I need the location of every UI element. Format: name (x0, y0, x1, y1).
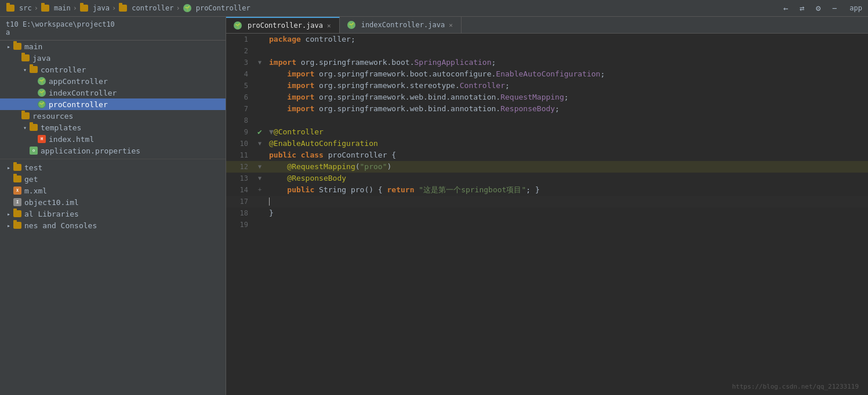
project-root-label: t10 E:\workspace\project10 (6, 20, 220, 28)
watermark: https://blog.csdn.net/qq_21233119 (732, 383, 859, 390)
line-num-13: 13 (226, 173, 255, 184)
fold-17 (255, 196, 264, 207)
sidebar-item-java[interactable]: java (0, 52, 226, 64)
sidebar-item-procontroller-label: proController (49, 100, 108, 109)
tab-procontroller-close[interactable]: ✕ (326, 22, 332, 30)
consoles-folder-icon (13, 221, 22, 230)
fold-6 (255, 92, 264, 103)
sidebar-item-consoles[interactable]: ▸ nes and Consoles (0, 220, 226, 231)
fold-9: ✔ (255, 126, 264, 138)
code-line-13: 13 ▼ @ResponseBody (226, 173, 868, 184)
sidebar-item-controller[interactable]: ▾ controller (0, 64, 226, 75)
sidebar-item-procontroller[interactable]: 🌱 proController (0, 98, 226, 110)
props-file-icon: ⚙ (29, 146, 38, 155)
fold-4 (255, 68, 264, 80)
indexcontroller-icon: 🌱 (37, 88, 46, 97)
consoles-arrow: ▸ (5, 221, 13, 229)
sidebar-item-consoles-label: nes and Consoles (24, 221, 97, 230)
src-folder-icon (6, 3, 15, 13)
editor-area: 🌱 proController.java ✕ 🌱 indexController… (226, 17, 868, 395)
line-num-1: 1 (226, 34, 255, 45)
sidebar-separator-1 (0, 159, 226, 159)
breadcrumb-sep-2: › (73, 4, 77, 12)
line-num-5: 5 (226, 80, 255, 92)
sidebar-item-indexhtml-label: index.html (49, 135, 94, 144)
code-line-6: 6 import org.springframework.web.bind.an… (226, 92, 868, 103)
sidebar-item-get[interactable]: get (0, 173, 226, 185)
fold-3: ▼ (255, 57, 264, 68)
sidebar-item-mxml[interactable]: X m.xml (0, 185, 226, 196)
get-folder-icon (13, 174, 22, 184)
code-line-11: 11 public class proController { (226, 149, 868, 161)
sidebar-item-ext-libs[interactable]: ▸ al Libraries (0, 208, 226, 220)
code-content-17 (264, 196, 868, 207)
breadcrumb-procontroller[interactable]: 🌱 proController (183, 3, 250, 13)
sidebar-item-indexcontroller-label: indexController (49, 89, 117, 97)
html-file-icon: H (37, 134, 46, 144)
sidebar-item-appcontroller[interactable]: 🌱 appController (0, 75, 226, 87)
tab-procontroller-label: proController.java (248, 21, 323, 30)
code-content-19 (264, 219, 868, 231)
code-content-4: import org.springframework.boot.autoconf… (264, 68, 868, 80)
breadcrumb-java[interactable]: java (79, 3, 110, 13)
arrow-back-button[interactable]: ← (780, 2, 791, 14)
fold-19 (255, 219, 264, 231)
sidebar-item-appprops[interactable]: ⚙ application.properties (0, 145, 226, 156)
code-line-14: 14 + public String pro() { return "这是第一个… (226, 184, 868, 196)
breadcrumb-main[interactable]: main (41, 3, 71, 13)
breadcrumb-bar: src › main › java › controller › 🌱 proCo… (0, 0, 868, 17)
sidebar-item-appcontroller-label: appController (49, 77, 108, 86)
tab-indexcontroller[interactable]: 🌱 indexController.java ✕ (340, 17, 462, 33)
sidebar-item-main-label: main (24, 42, 42, 51)
code-content-6: import org.springframework.web.bind.anno… (264, 92, 868, 103)
sidebar-item-test-label: test (24, 163, 42, 172)
code-content-1: package controller; (264, 34, 868, 45)
fold-5 (255, 80, 264, 92)
tab-indexcontroller-close[interactable]: ✕ (448, 21, 454, 29)
code-line-18: 18 } (226, 207, 868, 219)
line-num-6: 6 (226, 92, 255, 103)
breadcrumb-controller[interactable]: controller (118, 3, 173, 13)
breadcrumb-sep-4: › (176, 4, 180, 12)
controller-folder-icon-tree (29, 65, 38, 74)
sidebar-item-resources[interactable]: resources (0, 110, 226, 122)
sync-button[interactable]: ⇄ (796, 2, 808, 14)
tab-procontroller[interactable]: 🌱 proController.java ✕ (226, 17, 340, 33)
fold-7 (255, 103, 264, 115)
ext-libs-folder-icon (13, 209, 22, 218)
code-line-1: 1 package controller; (226, 34, 868, 45)
fold-2 (255, 45, 264, 57)
templates-arrow: ▾ (21, 123, 29, 131)
code-line-8: 8 (226, 115, 868, 126)
code-content-2 (264, 45, 868, 57)
main-folder-icon (41, 3, 50, 13)
sidebar-item-main[interactable]: ▸ main (0, 41, 226, 52)
tab-indexcontroller-label: indexController.java (361, 21, 445, 29)
line-num-19: 19 (226, 219, 255, 231)
minimize-button[interactable]: − (829, 2, 840, 14)
fold-11 (255, 149, 264, 161)
sidebar-item-test[interactable]: ▸ test (0, 162, 226, 173)
code-line-5: 5 import org.springframework.stereotype.… (226, 80, 868, 92)
code-content-5: import org.springframework.stereotype.Co… (264, 80, 868, 92)
line-num-18: 18 (226, 207, 255, 219)
code-content-14: public String pro() { return "这是第一个sprin… (264, 184, 868, 196)
resources-folder-icon (21, 111, 30, 120)
test-folder-icon (13, 163, 22, 172)
main-area: t10 E:\workspace\project10 a ▸ main java… (0, 17, 868, 395)
code-editor[interactable]: 1 package controller; 2 3 ▼ import org.s… (226, 34, 868, 395)
sidebar-item-indexhtml[interactable]: H index.html (0, 133, 226, 145)
code-line-4: 4 import org.springframework.boot.autoco… (226, 68, 868, 80)
sidebar-item-object10iml[interactable]: I object10.iml (0, 196, 226, 208)
sidebar-item-templates[interactable]: ▾ templates (0, 122, 226, 133)
settings-button[interactable]: ⚙ (812, 2, 824, 14)
sidebar: t10 E:\workspace\project10 a ▸ main java… (0, 17, 226, 395)
breadcrumb-src[interactable]: src (6, 3, 32, 13)
breadcrumb-controller-label: controller (132, 4, 173, 12)
code-content-7: import org.springframework.web.bind.anno… (264, 103, 868, 115)
line-num-9: 9 (226, 126, 255, 138)
sidebar-item-indexcontroller[interactable]: 🌱 indexController (0, 87, 226, 98)
fold-13: ▼ (255, 173, 264, 184)
code-line-10: 10 ▼ @EnableAutoConfiguration (226, 138, 868, 149)
templates-folder-icon (29, 123, 38, 132)
